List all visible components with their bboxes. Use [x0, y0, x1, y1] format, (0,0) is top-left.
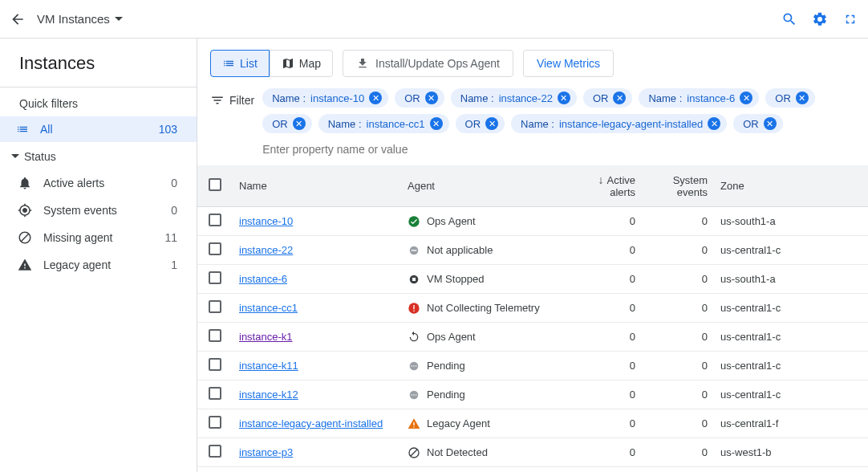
- zone-value: us-south1-a: [714, 265, 868, 294]
- col-zone[interactable]: Zone: [714, 165, 868, 207]
- chip-remove-icon[interactable]: ✕: [740, 92, 752, 104]
- instance-link[interactable]: instance-legacy-agent-installed: [239, 417, 383, 429]
- back-button[interactable]: [10, 11, 26, 27]
- status-header[interactable]: Status: [0, 142, 197, 169]
- instance-link[interactable]: instance-k12: [239, 389, 298, 401]
- instance-link[interactable]: instance-p3: [239, 446, 293, 458]
- instance-link[interactable]: instance-6: [239, 273, 287, 285]
- agent-status-text: Ops Agent: [427, 331, 476, 343]
- instance-link[interactable]: instance-22: [239, 244, 293, 256]
- chip-remove-icon[interactable]: ✕: [764, 117, 777, 130]
- chip-remove-icon[interactable]: ✕: [708, 117, 720, 130]
- filter-chip[interactable]: Name : instance-22✕: [451, 88, 577, 108]
- active-alerts-value: 0: [578, 236, 642, 265]
- chip-remove-icon[interactable]: ✕: [430, 117, 443, 130]
- row-checkbox[interactable]: [209, 358, 221, 371]
- table-row: instance-k1Ops Agent00us-central1-c: [197, 323, 868, 352]
- chip-remove-icon[interactable]: ✕: [485, 117, 498, 130]
- status-item-legacy[interactable]: Legacy agent1: [0, 251, 197, 279]
- col-name[interactable]: Name: [233, 165, 401, 207]
- quick-filters-label: Quick filters: [0, 87, 197, 116]
- status-item-system[interactable]: System events0: [0, 197, 197, 224]
- col-events[interactable]: System events: [642, 165, 714, 207]
- zone-value: us-south1-a: [714, 207, 868, 236]
- status-item-label: Missing agent: [43, 231, 153, 244]
- instance-link[interactable]: instance-cc1: [239, 302, 298, 314]
- svg-point-0: [408, 216, 419, 226]
- system-events-value: 0: [642, 467, 714, 473]
- table-row: instance-k12Pending00us-central1-c: [197, 380, 868, 409]
- system-events-value: 0: [642, 294, 714, 323]
- filter-chip-or[interactable]: OR✕: [395, 88, 444, 108]
- row-checkbox[interactable]: [209, 214, 221, 226]
- agent-status-text: Legacy Agent: [427, 417, 490, 429]
- filter-chip[interactable]: Name : instance-cc1✕: [318, 114, 449, 133]
- filter-chip-or[interactable]: OR✕: [456, 114, 505, 133]
- col-agent[interactable]: Agent: [401, 165, 578, 207]
- filter-input[interactable]: [262, 140, 503, 159]
- row-checkbox[interactable]: [209, 242, 221, 255]
- status-label: Status: [24, 150, 56, 163]
- filter-chip-or[interactable]: OR✕: [262, 114, 312, 133]
- instances-table: Name Agent ↓Active alerts System events …: [197, 165, 868, 472]
- agent-status-text: Not applicable: [427, 244, 493, 256]
- filter-chip-or[interactable]: OR✕: [733, 114, 783, 133]
- active-alerts-value: 0: [578, 438, 642, 467]
- table-row: instance-p3Not Detected00us-west1-b: [197, 438, 868, 467]
- row-checkbox[interactable]: [209, 416, 221, 429]
- table-row: instance-k11Pending00us-central1-c: [197, 352, 868, 380]
- svg-point-13: [412, 394, 413, 396]
- instance-link[interactable]: instance-k1: [239, 331, 292, 343]
- chip-remove-icon[interactable]: ✕: [613, 92, 626, 104]
- status-item-label: Active alerts: [43, 177, 160, 189]
- filter-label[interactable]: Filter: [210, 88, 254, 108]
- instance-link[interactable]: instance-10: [239, 215, 293, 227]
- content: List Map Install/Update Ops Agent View M…: [197, 39, 868, 472]
- chip-remove-icon[interactable]: ✕: [796, 92, 809, 104]
- zone-value: us-central1-c: [714, 294, 868, 323]
- active-alerts-value: 0: [578, 380, 642, 409]
- list-view-button[interactable]: List: [210, 50, 270, 77]
- system-events-value: 0: [642, 380, 714, 409]
- install-ops-agent-button[interactable]: Install/Update Ops Agent: [343, 50, 513, 77]
- instance-link[interactable]: instance-k11: [239, 360, 298, 372]
- gear-icon[interactable]: [812, 11, 828, 27]
- page-title: Instances: [0, 39, 197, 87]
- svg-rect-16: [413, 422, 414, 425]
- filter-chip[interactable]: Name : instance-legacy-agent-installed✕: [511, 114, 727, 133]
- filter-all[interactable]: All 103: [0, 116, 197, 142]
- filter-chip[interactable]: Name : instance-10✕: [262, 88, 388, 108]
- system-events-value: 0: [642, 265, 714, 294]
- agent-status-icon: [408, 417, 420, 430]
- view-metrics-button[interactable]: View Metrics: [523, 50, 614, 77]
- row-checkbox[interactable]: [209, 387, 221, 400]
- search-icon[interactable]: [781, 11, 797, 27]
- filter-chip-or[interactable]: OR✕: [765, 88, 815, 108]
- chip-remove-icon[interactable]: ✕: [293, 117, 306, 130]
- fullscreen-icon[interactable]: [842, 11, 858, 27]
- status-item-bell[interactable]: Active alerts0: [0, 169, 197, 197]
- topbar: VM Instances: [0, 0, 868, 39]
- select-all-checkbox[interactable]: [209, 178, 221, 191]
- svg-rect-7: [413, 310, 414, 311]
- row-checkbox[interactable]: [209, 445, 221, 458]
- row-checkbox[interactable]: [209, 271, 221, 284]
- chip-remove-icon[interactable]: ✕: [425, 92, 438, 104]
- active-alerts-value: 0: [578, 265, 642, 294]
- chip-remove-icon[interactable]: ✕: [558, 92, 570, 104]
- status-item-missing[interactable]: Missing agent11: [0, 224, 197, 251]
- map-view-button[interactable]: Map: [270, 50, 333, 77]
- filter-chip[interactable]: Name : instance-6✕: [639, 88, 759, 108]
- svg-point-9: [412, 365, 413, 367]
- agent-status-text: VM Stopped: [427, 273, 485, 285]
- svg-point-11: [416, 365, 417, 367]
- breadcrumb-dropdown[interactable]: VM Instances: [37, 12, 123, 26]
- zone-value: europe-west2-a: [714, 467, 868, 473]
- agent-status-icon: [408, 389, 420, 401]
- row-checkbox[interactable]: [209, 329, 221, 342]
- zone-value: us-central1-c: [714, 323, 868, 352]
- row-checkbox[interactable]: [209, 300, 221, 313]
- chip-remove-icon[interactable]: ✕: [369, 92, 382, 104]
- filter-chip-or[interactable]: OR✕: [583, 88, 633, 108]
- col-alerts[interactable]: ↓Active alerts: [578, 165, 642, 207]
